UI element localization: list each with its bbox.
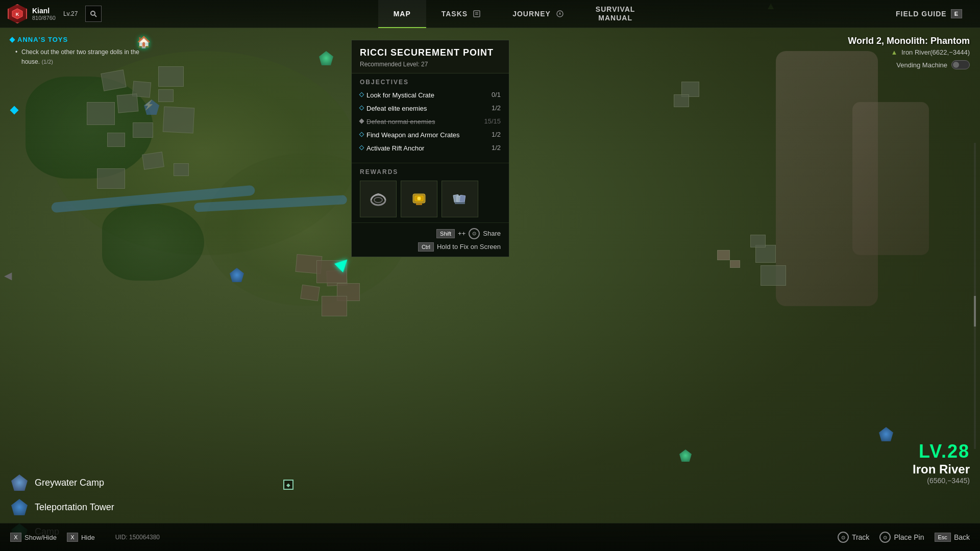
survival-label: SURVIVAL [596, 5, 635, 14]
field-guide-button[interactable]: FIELD GUIDE E [886, 0, 972, 28]
quest-progress: (1/2) [41, 59, 53, 65]
uid-display: UID: 150064380 [115, 534, 160, 541]
vending-machine-label: Vending Machine [896, 61, 947, 69]
objective-diamond-4 [359, 132, 364, 137]
popup-rewards-section: REWARDS [352, 163, 509, 223]
objective-row-1: Look for Mystical Crate 0/1 [360, 91, 501, 100]
player-level: Lv.27 [63, 10, 78, 17]
ctrl-key: Ctrl [418, 242, 434, 252]
nav-item-tasks[interactable]: TASKS [426, 0, 497, 28]
track-button[interactable]: ⊙ Track [838, 532, 869, 543]
tasks-icon [472, 9, 482, 19]
place-pin-button[interactable]: ⊙ Place Pin [879, 532, 924, 543]
objective-text-4: Find Weapon and Armor Crates [360, 131, 487, 140]
popup-objectives-section: OBJECTIVES Look for Mystical Crate 0/1 D… [352, 73, 509, 163]
objective-count-4: 1/2 [492, 131, 501, 138]
objective-diamond-5 [359, 145, 364, 151]
hide-action[interactable]: X Hide [67, 533, 95, 542]
location-info: World 2, Monolith: Phantom ▲ Iron River(… [848, 36, 970, 69]
greywater-label: Greywater Camp [35, 478, 104, 488]
player-hp: 810/8760 [32, 15, 56, 21]
scrollbar-thumb [974, 296, 976, 327]
popup-actions: Shift + ⊙ Share Ctrl Hold to Fix on Scre… [352, 223, 509, 257]
bottom-action-bar: X Show/Hide X Hide UID: 150064380 ⊙ Trac… [0, 523, 980, 551]
player-info-section: K Kianl 810/8760 Lv.27 [0, 4, 143, 23]
nav-item-journey[interactable]: JOURNEY [497, 0, 580, 28]
svg-point-10 [374, 197, 382, 203]
svg-rect-14 [416, 203, 422, 205]
objective-count-3: 15/15 [484, 117, 501, 125]
vending-machine-toggle[interactable] [951, 60, 970, 69]
objective-row-2: Defeat elite enemies 1/2 [360, 104, 501, 113]
svg-text:K: K [16, 12, 19, 17]
teleportation-tower-icon [10, 498, 29, 516]
field-guide-key: E [951, 9, 962, 18]
location-popup: RICCI SECUREMENT POINT Recommended Level… [351, 40, 509, 257]
svg-marker-8 [559, 12, 561, 15]
share-key-circle: ⊙ [469, 228, 480, 239]
triangle-icon: ▲ [891, 48, 897, 56]
objective-text-1: Look for Mystical Crate [360, 91, 487, 100]
world-name: World 2, Monolith: Phantom [848, 36, 970, 46]
hide-key: X [67, 533, 78, 542]
objective-diamond-3 [359, 119, 364, 124]
track-label: Track [852, 533, 869, 541]
quest-objectives: Check out the other two strange dolls in… [10, 47, 153, 67]
journey-icon [555, 9, 565, 19]
objective-row-3: Defeat normal enemies 15/15 [360, 117, 501, 127]
show-hide-action[interactable]: X Show/Hide [10, 533, 57, 542]
player-name: Kianl [32, 7, 56, 15]
player-avatar: K [8, 4, 27, 23]
objective-count-5: 1/2 [492, 144, 501, 152]
shift-key: Shift [436, 229, 455, 238]
teleportation-label: Teleportation Tower [35, 502, 114, 513]
back-key: Esc [935, 533, 951, 542]
fix-screen-action-row: Ctrl Hold to Fix on Screen [360, 242, 501, 252]
map-scrollbar[interactable] [974, 143, 976, 449]
rewards-title: REWARDS [360, 168, 501, 176]
navigation-menu: MAP TASKS JOURNEY SURVIVAL [143, 0, 886, 28]
vending-machine-row: Vending Machine [848, 60, 970, 69]
map-arrow-left[interactable]: ◀ [4, 269, 12, 282]
location-coords-display: (6560,−3445) [913, 477, 970, 485]
svg-point-13 [417, 196, 421, 201]
share-action-row: Shift + ⊙ Share [360, 228, 501, 239]
legend-greywater: Greywater Camp [10, 473, 114, 492]
show-hide-key: X [10, 533, 21, 542]
nav-item-survival-manual[interactable]: SURVIVAL MANUAL [580, 0, 651, 28]
svg-rect-4 [474, 11, 480, 17]
objective-row-4: Find Weapon and Armor Crates 1/2 [360, 131, 501, 140]
objective-row-5: Activate Rift Anchor 1/2 [360, 144, 501, 153]
top-bar-right: FIELD GUIDE E [886, 0, 980, 28]
bottom-bar-right: ⊙ Track ⊙ Place Pin Esc Back [838, 532, 970, 543]
player-details: Kianl 810/8760 [32, 7, 56, 21]
rewards-items [360, 181, 501, 217]
svg-point-2 [91, 11, 95, 15]
legend-teleportation: Teleportation Tower [10, 498, 114, 516]
objectives-title: OBJECTIVES [360, 79, 501, 86]
objective-text-2: Defeat elite enemies [360, 104, 487, 113]
reward-item-crafting [442, 181, 478, 217]
level-display: LV.28 Iron River (6560,−3445) [913, 441, 970, 485]
fix-screen-label: Hold to Fix on Screen [437, 243, 501, 251]
objective-text-3: Defeat normal enemies [360, 117, 480, 127]
top-navigation-bar: K Kianl 810/8760 Lv.27 MAP TASKS [0, 0, 980, 28]
back-label: Back [954, 533, 970, 541]
search-button[interactable] [85, 6, 102, 22]
location-coords: ▲ Iron River(6622,−3444) [848, 48, 970, 56]
plus-connector: + [458, 230, 465, 237]
nav-item-map[interactable]: MAP [378, 0, 426, 28]
location-name-display: Iron River [913, 462, 970, 477]
share-label: Share [483, 230, 501, 237]
greywater-camp-icon [10, 473, 29, 492]
svg-rect-18 [455, 202, 465, 204]
popup-header: RICCI SECUREMENT POINT Recommended Level… [352, 40, 509, 73]
track-key-icon: ⊙ [838, 532, 849, 543]
svg-line-3 [95, 15, 97, 17]
show-hide-label: Show/Hide [24, 534, 57, 541]
reward-item-gold [401, 181, 437, 217]
place-pin-key-icon: ⊙ [879, 532, 891, 543]
manual-label: MANUAL [598, 14, 632, 22]
back-button[interactable]: Esc Back [935, 533, 970, 542]
bottom-bar-left: X Show/Hide X Hide UID: 150064380 [10, 533, 160, 542]
